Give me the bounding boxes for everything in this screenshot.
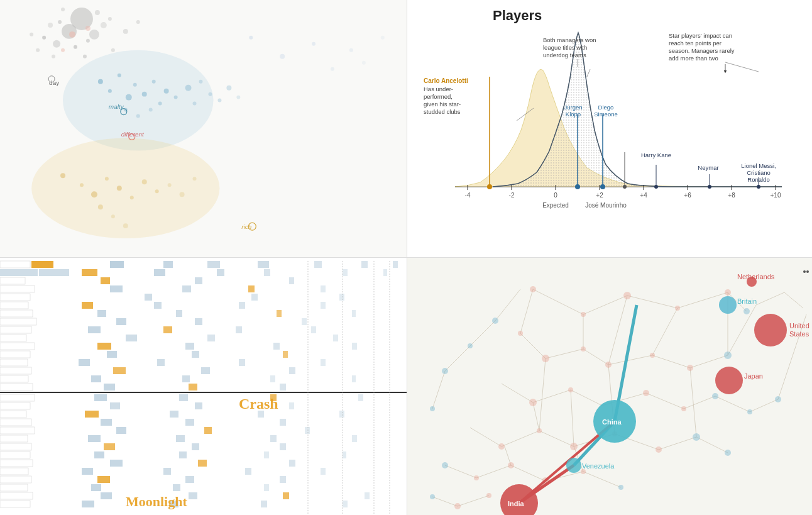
svg-rect-275 bbox=[82, 501, 94, 507]
svg-point-24 bbox=[98, 79, 103, 84]
svg-rect-269 bbox=[0, 492, 33, 499]
svg-rect-188 bbox=[97, 343, 111, 350]
dist-chart-area: -4 -2 0 +2 +4 +6 +8 +10 Expected José Mo… bbox=[417, 26, 802, 228]
svg-rect-164 bbox=[0, 302, 28, 309]
svg-point-50 bbox=[105, 177, 109, 180]
svg-point-361 bbox=[474, 475, 479, 480]
svg-point-357 bbox=[537, 428, 542, 433]
svg-line-324 bbox=[432, 497, 458, 506]
svg-rect-149 bbox=[343, 269, 348, 276]
svg-rect-240 bbox=[176, 435, 185, 442]
svg-rect-168 bbox=[321, 302, 326, 309]
svg-rect-150 bbox=[383, 269, 387, 276]
svg-line-317 bbox=[659, 437, 696, 450]
svg-point-364 bbox=[581, 469, 586, 474]
svg-line-336 bbox=[690, 368, 696, 437]
svg-text:Crash: Crash bbox=[239, 396, 278, 412]
svg-rect-244 bbox=[104, 443, 115, 450]
svg-rect-156 bbox=[110, 285, 123, 292]
svg-line-312 bbox=[470, 428, 502, 446]
svg-rect-210 bbox=[0, 384, 33, 390]
svg-point-370 bbox=[747, 409, 752, 414]
svg-point-347 bbox=[542, 355, 549, 362]
svg-point-34 bbox=[185, 85, 192, 91]
svg-rect-152 bbox=[101, 277, 110, 284]
svg-rect-217 bbox=[179, 394, 188, 401]
svg-point-105 bbox=[708, 185, 711, 189]
svg-line-332 bbox=[652, 308, 678, 355]
svg-rect-196 bbox=[0, 359, 28, 366]
svg-point-56 bbox=[180, 192, 185, 197]
svg-rect-255 bbox=[289, 460, 295, 467]
svg-line-299 bbox=[690, 355, 728, 368]
svg-rect-260 bbox=[321, 468, 326, 475]
svg-line-293 bbox=[520, 289, 533, 333]
svg-rect-228 bbox=[339, 411, 344, 418]
svg-point-344 bbox=[675, 306, 680, 311]
svg-rect-201 bbox=[0, 367, 31, 374]
svg-text:Simeone: Simeone bbox=[594, 111, 618, 118]
svg-rect-264 bbox=[280, 476, 286, 483]
svg-text:Star players' impact can: Star players' impact can bbox=[669, 32, 732, 39]
svg-rect-169 bbox=[0, 310, 33, 317]
svg-point-373 bbox=[725, 450, 731, 456]
svg-rect-219 bbox=[358, 394, 363, 401]
svg-point-346 bbox=[518, 331, 523, 336]
svg-rect-211 bbox=[104, 384, 115, 390]
svg-point-360 bbox=[656, 446, 662, 453]
svg-point-64 bbox=[312, 42, 315, 46]
svg-point-351 bbox=[687, 365, 693, 371]
svg-rect-194 bbox=[192, 351, 199, 358]
svg-rect-216 bbox=[94, 394, 107, 401]
svg-point-54 bbox=[155, 189, 159, 193]
svg-text:league titles with: league titles with bbox=[543, 44, 587, 51]
svg-rect-212 bbox=[189, 384, 197, 390]
svg-rect-172 bbox=[277, 310, 282, 317]
svg-rect-145 bbox=[82, 269, 97, 276]
svg-point-365 bbox=[454, 503, 461, 509]
svg-point-49 bbox=[91, 191, 97, 197]
svg-rect-221 bbox=[110, 402, 120, 409]
svg-rect-140 bbox=[314, 261, 322, 268]
svg-text:+4: +4 bbox=[640, 192, 647, 199]
svg-text:Netherlands: Netherlands bbox=[737, 273, 775, 280]
svg-rect-191 bbox=[352, 343, 357, 350]
svg-point-67 bbox=[362, 61, 366, 65]
svg-rect-136 bbox=[110, 261, 124, 268]
svg-point-6 bbox=[42, 36, 46, 40]
svg-line-302 bbox=[784, 292, 803, 308]
svg-line-329 bbox=[432, 371, 445, 409]
svg-text:Lionel Messi,: Lionel Messi, bbox=[741, 162, 776, 169]
svg-text:Moonlight: Moonlight bbox=[126, 494, 187, 509]
svg-rect-224 bbox=[0, 411, 26, 418]
svg-text:season. Managers rarely: season. Managers rarely bbox=[669, 47, 735, 54]
svg-line-337 bbox=[533, 402, 539, 431]
dist-title: Players bbox=[493, 8, 802, 24]
svg-line-318 bbox=[696, 437, 728, 453]
svg-line-331 bbox=[608, 296, 627, 365]
svg-rect-173 bbox=[352, 310, 356, 317]
svg-rect-247 bbox=[0, 451, 30, 458]
svg-point-362 bbox=[508, 462, 514, 468]
svg-rect-192 bbox=[0, 351, 30, 358]
svg-rect-134 bbox=[0, 261, 30, 268]
svg-rect-270 bbox=[101, 492, 112, 499]
svg-point-11 bbox=[108, 17, 112, 21]
svg-line-334 bbox=[539, 358, 546, 431]
svg-rect-242 bbox=[352, 435, 357, 442]
svg-point-342 bbox=[581, 312, 586, 317]
svg-point-103 bbox=[654, 185, 658, 189]
svg-line-297 bbox=[608, 355, 652, 365]
svg-point-21 bbox=[85, 26, 91, 31]
svg-rect-214 bbox=[0, 392, 407, 393]
svg-text:Britain: Britain bbox=[737, 297, 757, 305]
svg-rect-220 bbox=[0, 402, 30, 409]
svg-rect-189 bbox=[185, 343, 194, 350]
svg-rect-163 bbox=[339, 294, 344, 301]
svg-text:+10: +10 bbox=[771, 192, 781, 199]
svg-point-43 bbox=[149, 108, 153, 112]
svg-line-118 bbox=[587, 69, 590, 77]
svg-text:+8: +8 bbox=[728, 192, 735, 199]
svg-point-354 bbox=[643, 390, 649, 396]
svg-rect-137 bbox=[163, 261, 173, 268]
